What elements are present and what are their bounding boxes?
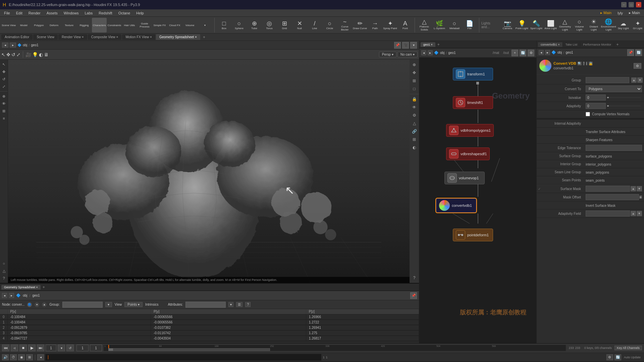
vp-rotate-mode[interactable]: ↺: [11, 52, 15, 57]
lt-scale[interactable]: ⤢: [1, 83, 7, 90]
ss-attr-filter[interactable]: ▾: [228, 302, 233, 307]
ss-attributes-input[interactable]: [185, 302, 226, 308]
pb-end[interactable]: ⏭: [37, 345, 44, 351]
pb-prev[interactable]: ◃: [11, 345, 18, 351]
node-vdbfrompolygons1[interactable]: vdbfrompolygons1: [446, 124, 494, 137]
ss-group-input[interactable]: [62, 302, 103, 308]
prop-et-input[interactable]: [586, 145, 642, 151]
tb-line[interactable]: /Line: [307, 18, 322, 33]
ng-path-obj[interactable]: obj: [440, 51, 444, 55]
key-all-btn[interactable]: Key All Channels: [614, 346, 642, 350]
tb-geometry-light[interactable]: △Geometry Light: [558, 18, 572, 33]
node-graph-tab[interactable]: geo1 ×: [421, 42, 435, 47]
node-transform1[interactable]: transform1: [453, 68, 493, 80]
rp-back[interactable]: ◂: [539, 50, 544, 55]
vp-side-settings[interactable]: ⚙: [411, 112, 418, 119]
lt-hide[interactable]: ○: [1, 260, 7, 267]
vp-side-zoom[interactable]: ⊞: [411, 77, 418, 84]
ss-path-geo1[interactable]: geo1: [32, 294, 40, 297]
prop-af-btn-dn[interactable]: ▼: [637, 211, 642, 216]
lt-help[interactable]: ?: [1, 275, 7, 282]
pb-frame-input[interactable]: [46, 345, 56, 351]
maximize-button[interactable]: □: [629, 2, 634, 7]
pb-stop[interactable]: ■: [19, 345, 27, 351]
tb-distant-light[interactable]: ☀Distant Light: [587, 18, 601, 33]
prop-mo-input[interactable]: [586, 194, 639, 200]
vp-side-info[interactable]: ?: [411, 274, 418, 282]
lt-view[interactable]: 👁: [1, 100, 7, 107]
ng-pin[interactable]: +: [512, 50, 518, 56]
prop-group-input[interactable]: [586, 77, 629, 83]
ss-tab-add[interactable]: +: [41, 284, 47, 291]
vp-side-snap[interactable]: 🔗: [411, 128, 418, 135]
tb-draw-curve[interactable]: ✏Draw Curve: [353, 18, 367, 33]
ss-pin[interactable]: 📌: [410, 292, 417, 299]
tl-frame-btn[interactable]: ⊞: [26, 354, 33, 360]
vp-side-shade[interactable]: ◐: [411, 144, 418, 151]
prop-sm-btn-up[interactable]: ▲: [631, 186, 636, 191]
scene-3d[interactable]: ↖ Left mouse tumbles. Middle pans. Right…: [8, 60, 410, 283]
tb-gi-light[interactable]: ✦GI Light: [631, 18, 644, 33]
minimize-button[interactable]: −: [621, 2, 627, 7]
tb-environment-light[interactable]: 🌐Environment Light: [601, 18, 616, 33]
tb-path[interactable]: →Path: [368, 18, 382, 33]
tb-volume[interactable]: Volume: [182, 18, 197, 33]
prop-group-arrow-dn[interactable]: ▼: [637, 77, 643, 83]
vp-lights-btn[interactable]: 💡: [32, 52, 38, 57]
viewport-area[interactable]: ↖ ✥ ↺ ⤢ 🎥 💡 ◐ 🖥 Persp ▾ No cam ▾ ↖ ✥: [0, 50, 419, 283]
pb-playback-opts[interactable]: ▾: [58, 345, 65, 351]
prop-af-btn-up[interactable]: ▲: [631, 211, 636, 216]
viewport-path-obj[interactable]: obj: [23, 43, 27, 47]
tb-deform[interactable]: Deform: [47, 18, 61, 33]
prop-cvn-checkbox[interactable]: [586, 112, 590, 116]
ss-cols-btn[interactable]: ☰: [236, 302, 243, 307]
ss-path-obj[interactable]: obj: [23, 294, 27, 297]
tl-anim-btn[interactable]: ⏱: [10, 354, 17, 360]
ss-filter-btn[interactable]: ▾: [105, 302, 112, 307]
tb-grid[interactable]: ⊞Grid: [277, 18, 292, 33]
rp-search-btn[interactable]: 🔍: [578, 62, 582, 65]
node-vdbreshapesdf1[interactable]: vdbreshapesdf1: [446, 147, 490, 160]
tab-motion-fx-view[interactable]: Motion FX View ×: [122, 34, 155, 40]
tab-geometry-spreadsheet[interactable]: Geometry Spreadsheet ×: [156, 34, 200, 40]
tb-simple-fx[interactable]: Simple FX: [152, 18, 167, 33]
pb-loop[interactable]: ↺: [66, 345, 74, 351]
rp-fwd[interactable]: ▸: [545, 50, 550, 55]
ss-back[interactable]: ◂: [2, 293, 7, 298]
vp-display-btn[interactable]: 🖥: [44, 52, 49, 57]
viewport-fwd-btn[interactable]: ▸: [10, 43, 16, 48]
right-tab-add[interactable]: +: [614, 41, 621, 48]
node-timeshift1[interactable]: timeshift1: [453, 96, 493, 109]
rp-sync[interactable]: 🔄: [635, 49, 642, 56]
ss-fwd[interactable]: ▸: [9, 293, 14, 298]
vp-move-mode[interactable]: ✥: [6, 52, 10, 57]
ng-back[interactable]: ◂: [421, 50, 426, 55]
viewport-pin-btn[interactable]: 📌: [394, 42, 401, 49]
tb-circle[interactable]: ○Circle: [322, 18, 337, 33]
prop-convert-to-select[interactable]: Polygons Level Set Fog Volume: [586, 85, 642, 92]
viewport-back-btn[interactable]: ◂: [2, 43, 8, 48]
tb-cloud-fx[interactable]: Cloud FX: [167, 18, 182, 33]
vp-side-viz[interactable]: △: [411, 120, 418, 127]
rp-gear[interactable]: ⚙: [634, 63, 641, 69]
timeline-scrubber[interactable]: 1 84 168 252 336 420 504 588: [103, 345, 566, 351]
menu-file[interactable]: File: [1, 10, 13, 16]
ss-help-btn[interactable]: ?: [245, 302, 251, 307]
tb-volume-light[interactable]: ○Volume Light: [572, 18, 586, 33]
tab-composite-view[interactable]: Composite View ×: [88, 34, 122, 40]
menu-labs[interactable]: Labs: [82, 10, 95, 16]
tb-model[interactable]: Model: [16, 18, 31, 33]
node-pointdeform1[interactable]: pointdeform1: [453, 229, 493, 241]
tab-scene-view[interactable]: Scene View: [33, 34, 58, 40]
lt-align[interactable]: ≡: [1, 115, 7, 122]
menu-windows[interactable]: Windows: [61, 10, 82, 16]
rp-path-geo1[interactable]: geo1: [566, 51, 573, 54]
ss-template-flag[interactable]: ▲: [42, 302, 47, 307]
tb-file[interactable]: 📄File: [462, 18, 477, 33]
rp-info-btn[interactable]: ℹ: [586, 62, 587, 65]
mini-timeline[interactable]: [45, 354, 321, 361]
tb-polygon[interactable]: Polygon: [32, 18, 46, 33]
pb-start[interactable]: ⏮: [2, 345, 9, 351]
vp-side-quad[interactable]: ⊞: [411, 136, 418, 143]
lt-viz[interactable]: △: [1, 267, 7, 274]
